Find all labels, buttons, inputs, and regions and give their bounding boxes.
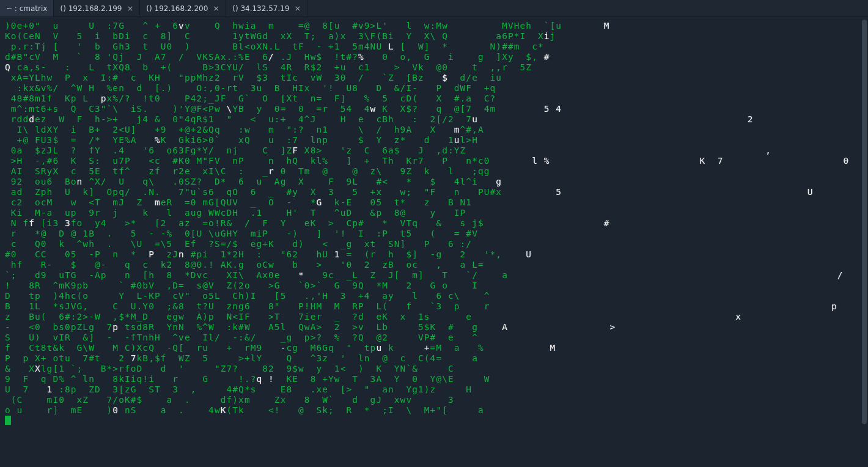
- terminal-row: Ko(CeN V 5 i bDi c 8] C 1ytWGd xX T; a)x…: [5, 31, 863, 42]
- tab-label: () 192.168.2.199: [60, 4, 122, 13]
- terminal-row: m^:mt6+s Q C3"`\ iS. )'Y@F<Pw \YB y 0= 0…: [5, 104, 863, 114]
- tab-2[interactable]: () 192.168.2.200×: [140, 0, 226, 17]
- tab-label: () 34.132.57.19: [232, 4, 289, 13]
- terminal-row: r *@ D @ 1B . 5 - -% 0[U \uGHY miP -) ] …: [5, 229, 863, 239]
- terminal-row: Q ca,s- : L tXQ8 b +( B>3CYU/ lS 4R R$2 …: [5, 62, 863, 73]
- terminal-row: z Bu( 6#:2>-W ,$*M_D egw A)p N<IF >T 7ie…: [5, 312, 863, 322]
- terminal-row: #0 CC 05 -P n * P zJn #pi 1*2H : "62 hU …: [5, 249, 863, 260]
- terminal-row: U 7 1 :8p ZD 3[zG ST 3 , 4#Q*s E8 .xe [>…: [5, 384, 863, 395]
- close-icon[interactable]: ×: [295, 4, 301, 13]
- terminal-row: N ff [i3 3fo y4 >* [2 az =o!R& / F Y eK …: [5, 218, 863, 229]
- terminal-row: 92 ou6 Bon ^X/ U q\ .0SZ? D* 6 u Ag X F …: [5, 177, 863, 187]
- scrollbar-thumb[interactable]: [862, 20, 867, 424]
- terminal-row: [5, 416, 863, 426]
- terminal-row: & XXlg[1 `; B*>rfoD d ' "Z7? 82 9$w y 1<…: [5, 364, 863, 374]
- terminal-row: >H -,#6 K S: u7P <c #K0 M"FV nP n hQ kl%…: [5, 156, 863, 166]
- terminal-scrollbar[interactable]: [861, 17, 868, 467]
- terminal-row: d#B"cV M ` 8 'Qj J A7 / VKSAx.:%E 6/ .J …: [5, 52, 863, 62]
- terminal-row: S U) vIR &] - -fTnhH ^ve Il/ -:&/ _g p>?…: [5, 333, 863, 343]
- terminal-window: ~ : cmatrix() 192.168.2.199×() 192.168.2…: [0, 0, 868, 467]
- tab-label: ~ : cmatrix: [6, 4, 47, 13]
- terminal-row: f Ct8t&k G\W M C)XcQ -Q[ ru + rM9 -cg M6…: [5, 343, 863, 353]
- terminal-row: o u r] mE )0 nS a . 4wK(Tk <! @ Sk; R * …: [5, 405, 863, 416]
- terminal-row: xA=YLhw P x I:# c KH "ppMhz2 rV $3 tIc v…: [5, 73, 863, 83]
- terminal-row: AI SRyX c 5E tf^ zf r2e xI\C : _r 0 Tm @…: [5, 166, 863, 177]
- tab-3[interactable]: () 34.132.57.19×: [226, 0, 307, 17]
- terminal-row: I\ ldXY i B+ 2<U] +9 +@+2&Qq :w m ":? n1…: [5, 125, 863, 135]
- terminal-row: 9 F q D% ^ ln 8kIiq!i r G !.?q ! KE 8 +Y…: [5, 374, 863, 384]
- terminal-row: (C mI0 xZ 7/oK#$ a . df)xm Zx 8 W` d gJ …: [5, 395, 863, 405]
- terminal-row: 0a $zJL ? fY .4 '6 o63Fg*Y/ nj C ]ZF X8>…: [5, 145, 863, 156]
- terminal-row: hf R- $ @- q c k2 8@0.! AK.g oCw b > '0 …: [5, 260, 863, 270]
- tab-label: () 192.168.2.200: [146, 4, 208, 13]
- tab-0[interactable]: ~ : cmatrix: [0, 0, 54, 17]
- close-icon[interactable]: ×: [127, 4, 133, 13]
- terminal-row: B 1L *sJVG, C U.Y0 ;&8 t?U zng6 8" P!HM …: [5, 301, 863, 312]
- terminal-row: :kx&v%/ ^W H %en d [.) O:,0-rt 3u B HIx …: [5, 83, 863, 94]
- terminal-row: ! 8R ^mK9pb ` #0bV ,D= s@V Z(2o >G `0>` …: [5, 281, 863, 291]
- terminal-row: p.r:Tj [ ' b Gh3 t U0 ) Bl<oXN.L tF - +1…: [5, 42, 863, 52]
- terminal-row: - <0 bs0pZLg 7p tsd8R YnN %^W :k#W A5l Q…: [5, 322, 863, 333]
- terminal-row: `; d9 uTG -Ap n [h 8 *Dvc XI\ Ax0e * 9c …: [5, 270, 863, 281]
- terminal-viewport[interactable]: )0e+0" u U :7G ^ + 6vv Q hwia m =@ 8[u #…: [0, 17, 868, 467]
- terminal-row: )0e+0" u U :7G ^ + 6vv Q hwia m =@ 8[u #…: [5, 21, 863, 31]
- terminal-row: ad Zph U k] Opq/ .N. 7"u`s6 qO 6 _ #y X …: [5, 187, 863, 197]
- close-icon[interactable]: ×: [213, 4, 219, 13]
- terminal-row: c2 ocM w <T mJ Z meR =0 mG[QUV _ O - *G …: [5, 197, 863, 208]
- terminal-row: c Q0 k ^wh . \U =\5 Ef ?S=/$ eg+K d) < _…: [5, 239, 863, 249]
- terminal-row: Ki M-a up 9r j k l aug WWcDH .1 H' T ^uD…: [5, 208, 863, 218]
- tab-1[interactable]: () 192.168.2.199×: [54, 0, 140, 17]
- terminal-row: rdddez W F h->+ j4 & 0"4qR$1 " < u:+ 4^J…: [5, 114, 863, 125]
- tab-bar: ~ : cmatrix() 192.168.2.199×() 192.168.2…: [0, 0, 868, 17]
- terminal-row: +@ FU3$ = /* YE%A %K Gki6>0` xQ u :7 lnp…: [5, 135, 863, 145]
- terminal-row: 48#8m1f Kp L px%/? !t0 P42;_JF G` O [Xt …: [5, 94, 863, 104]
- terminal-row: D tp )4hc(o Y L-KP cV" o5L Ch)I [5 .,'H …: [5, 291, 863, 301]
- terminal-cursor: [5, 416, 11, 425]
- terminal-row: P p X+ otu 7#t 2 7kB,$f WZ 5 >+lY Q ^3z …: [5, 353, 863, 364]
